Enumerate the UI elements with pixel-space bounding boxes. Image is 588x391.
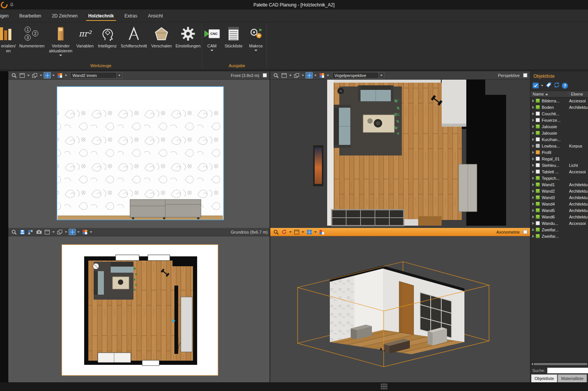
zoom-icon[interactable] [10,72,17,79]
plan-window[interactable] [116,255,139,261]
dropdown-caret-icon[interactable] [314,75,317,76]
column-name[interactable]: Name [530,92,569,96]
menu-bearbeiten[interactable]: Bearbeiten [14,9,47,22]
expander-icon[interactable] [532,203,534,206]
object-list-row[interactable]: Boden Architektu [530,104,588,110]
expander-icon[interactable] [532,144,534,148]
object-list-row[interactable]: Wand6 Architektu [530,214,588,220]
wall-column[interactable] [442,80,466,125]
object-list-row[interactable]: Kurzhan... [530,136,588,143]
combo-arrow-icon[interactable] [378,72,384,78]
coffee-table[interactable] [363,115,394,132]
column-ebene[interactable]: Ebene [569,92,588,96]
camera-icon[interactable] [35,229,42,235]
dropdown-caret-icon[interactable] [289,75,292,76]
window-layout-icon[interactable] [293,229,300,235]
schifterschnitt-button[interactable]: Schifterschnitt [119,22,149,62]
plan-window-bottom[interactable] [142,360,159,366]
einstellungen-button[interactable]: Einstellungen [174,22,202,62]
sofa-left[interactable] [334,105,351,148]
wall-picture[interactable] [313,145,323,186]
visibility-checkbox-icon[interactable] [533,83,539,88]
zoom-icon[interactable] [272,229,279,235]
object-list-row[interactable]: Couchti... [530,110,588,117]
object-list-row[interactable]: Regal_01 [530,155,588,162]
front-view-combobox[interactable]: Wand2 innen [70,72,122,79]
dropdown-caret-icon[interactable] [289,231,292,233]
object-list-row[interactable]: Zweifar... [530,226,588,233]
front-canvas[interactable] [8,80,270,228]
axo-maximize-checkbox[interactable] [523,230,527,234]
menu-2d-zeichnen[interactable]: 2D Zeichnen [47,9,83,22]
object-list-row[interactable]: Lowboa... Korpus [530,143,588,149]
expander-icon[interactable] [532,132,534,135]
variablen-button[interactable]: πr² Variablen [74,22,96,62]
view-cube-icon[interactable] [69,229,76,235]
expander-icon[interactable] [532,151,534,154]
expander-icon[interactable] [532,125,534,128]
dropdown-caret-icon[interactable] [77,231,80,233]
expander-icon[interactable] [532,215,534,218]
tab-objektliste[interactable]: Objektliste [531,374,557,382]
horizontal-scrollbar[interactable] [530,362,588,366]
render-mode-icon[interactable] [318,72,325,79]
menu-einfuegen[interactable]: ügen [0,9,14,22]
object-list-row[interactable]: Stehleu... Licht [530,162,588,168]
combo-arrow-icon[interactable] [116,72,122,78]
object-list-row[interactable]: Wand5 Architektu [530,207,588,214]
expander-icon[interactable] [532,119,534,122]
object-list-row[interactable]: Wand2 Architektu [530,188,588,194]
object-list-row[interactable]: Wand4 Architektu [530,201,588,207]
expander-icon[interactable] [532,138,534,141]
dropdown-caret-icon[interactable] [65,75,67,76]
makros-button[interactable]: Makros [245,22,267,62]
dropdown-caret-icon[interactable] [314,231,317,233]
dropdown-caret-icon[interactable] [541,85,543,86]
materialien-button[interactable]: erialien/ en [0,22,17,62]
bird-view-combobox[interactable]: Vogelperspektive [332,72,384,79]
plan-canvas[interactable] [8,236,270,382]
object-list-row[interactable]: Profil [530,149,588,155]
window-layout-icon[interactable] [19,72,26,79]
cascade-windows-icon[interactable] [31,72,38,79]
verschalen-button[interactable]: Verschalen [149,22,174,62]
axo-canvas[interactable] [270,236,530,382]
expander-icon[interactable] [532,170,534,173]
object-list-row[interactable]: Teppich... [530,175,588,181]
viewport-front[interactable]: Wand2 innen Front (3.8x3 m) [8,71,270,228]
object-list-row[interactable]: Jalousie [530,130,588,136]
tall-cabinet[interactable] [459,164,477,212]
render-mode-icon[interactable] [81,229,88,235]
plan-shelf[interactable] [181,297,192,352]
save-view-icon[interactable] [19,229,26,235]
dropdown-caret-icon[interactable] [52,231,55,233]
help-icon[interactable]: ? [562,83,568,89]
layers-icon[interactable] [27,229,34,235]
plan-rug-sofas[interactable] [94,262,133,300]
search-input[interactable] [547,367,588,374]
render-mode-icon[interactable] [318,229,325,235]
viewport-axo[interactable]: Axonometrie [270,228,530,382]
window-layout-icon[interactable] [281,72,288,79]
cascade-windows-icon[interactable] [56,229,63,235]
menu-extras[interactable]: Extras [119,9,143,22]
bird-canvas[interactable] [270,80,530,228]
object-list-row[interactable]: Bilderra... Accessoi [530,97,588,104]
stueckliste-button[interactable]: Stückliste [222,22,245,62]
viewport-plan[interactable]: Grundriss (8x6.7 m) [8,228,270,382]
cascade-windows-icon[interactable] [293,72,300,79]
menu-holztechnik[interactable]: Holztechnik [83,9,119,22]
dropdown-caret-icon[interactable] [302,231,304,233]
refresh-icon[interactable] [554,82,560,89]
tag-icon[interactable] [546,82,552,89]
axo-door[interactable] [399,281,414,334]
dropdown-caret-icon[interactable] [27,75,30,76]
pin-icon[interactable] [10,3,14,7]
object-list-row[interactable]: Jalousie [530,123,588,130]
expander-icon[interactable] [532,164,534,167]
expander-icon[interactable] [532,177,534,180]
render-mode-icon[interactable] [56,72,63,79]
view-cube-icon[interactable] [44,72,51,79]
object-list-row[interactable]: Wandu... Accessoi [530,220,588,226]
floor-lamp[interactable] [337,88,344,94]
